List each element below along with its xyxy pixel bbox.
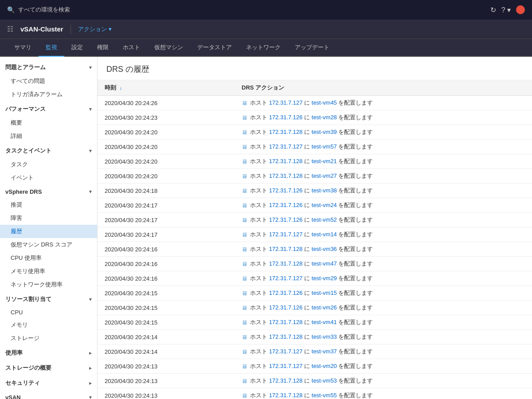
host-link[interactable]: 172.31.7.126 <box>269 216 303 223</box>
help-icon[interactable]: ? ▾ <box>501 6 511 14</box>
sidebar-section-header-storage-overview[interactable]: ストレージの概要▸ <box>0 361 97 375</box>
sidebar-item-overview[interactable]: 概要 <box>0 116 97 129</box>
sidebar-item-faults[interactable]: 障害 <box>0 211 97 225</box>
vm-link[interactable]: test-vm53 <box>312 377 337 384</box>
sidebar-item-events[interactable]: イベント <box>0 171 97 184</box>
vm-link[interactable]: test-vm39 <box>312 129 337 135</box>
sidebar-item-cpu[interactable]: CPU <box>0 306 97 318</box>
vm-link[interactable]: test-vm15 <box>312 289 337 296</box>
host-link[interactable]: 172.31.7.128 <box>269 377 303 384</box>
table-row: 2020/04/30 20:24:20🖥ホスト 172.31.7.128 に t… <box>98 154 532 169</box>
cell-action: 🖥ホスト 172.31.7.128 に test-vm55 を配置します <box>235 388 532 399</box>
sidebar-section-header-utilization[interactable]: 使用率▸ <box>0 346 97 360</box>
sidebar-item-cpu-usage[interactable]: CPU 使用率 <box>0 251 97 265</box>
vm-link[interactable]: test-vm29 <box>312 275 337 282</box>
vm-link[interactable]: test-vm36 <box>312 246 337 252</box>
host-link[interactable]: 172.31.7.127 <box>269 275 303 282</box>
host-link[interactable]: 172.31.7.128 <box>269 172 303 179</box>
record-button[interactable] <box>516 5 525 14</box>
vm-icon: 🖥 <box>242 392 247 399</box>
tab-vms[interactable]: 仮想マシン <box>147 39 190 57</box>
host-link[interactable]: 172.31.7.127 <box>269 348 303 355</box>
vm-link[interactable]: test-vm41 <box>312 319 337 325</box>
sidebar-item-network-usage[interactable]: ネットワーク使用率 <box>0 278 97 291</box>
sidebar-item-memory-usage[interactable]: メモリ使用率 <box>0 265 97 278</box>
sidebar-section-resource-allocation: リソース割り当て▾CPUメモリストレージ <box>0 292 97 345</box>
vm-link[interactable]: test-vm33 <box>312 333 337 340</box>
vm-link[interactable]: test-vm14 <box>312 231 337 238</box>
sidebar-section-header-vsan[interactable]: vSAN▾ <box>0 391 97 399</box>
tab-monitor[interactable]: 監視 <box>39 39 64 57</box>
sidebar-section-header-resource-allocation[interactable]: リソース割り当て▾ <box>0 292 97 306</box>
vm-link[interactable]: test-vm24 <box>312 202 337 208</box>
tab-datastore[interactable]: データストア <box>190 39 239 57</box>
host-link[interactable]: 172.31.7.127 <box>269 99 303 106</box>
vm-link[interactable]: test-vm20 <box>312 363 337 369</box>
host-link[interactable]: 172.31.7.128 <box>269 319 303 325</box>
host-link[interactable]: 172.31.7.128 <box>269 333 303 340</box>
table-row: 2020/04/30 20:24:15🖥ホスト 172.31.7.126 に t… <box>98 286 532 301</box>
sidebar-section-header-vsphere-drs[interactable]: vSphere DRS▾ <box>0 185 97 198</box>
search-placeholder[interactable]: すべての環境を検索 <box>18 6 70 14</box>
sidebar-section-header-issues[interactable]: 問題とアラーム▾ <box>0 60 97 74</box>
vm-link[interactable]: test-vm47 <box>312 260 337 267</box>
host-link[interactable]: 172.31.7.128 <box>269 129 303 135</box>
cell-time: 2020/04/30 20:24:16 <box>98 271 235 286</box>
sidebar-section-header-tasks-events[interactable]: タスクとイベント▾ <box>0 144 97 158</box>
table-row: 2020/04/30 20:24:16🖥ホスト 172.31.7.128 に t… <box>98 242 532 257</box>
host-link[interactable]: 172.31.7.128 <box>269 246 303 252</box>
vm-link[interactable]: test-vm28 <box>312 114 337 121</box>
vm-link[interactable]: test-vm37 <box>312 348 337 355</box>
cell-action: 🖥ホスト 172.31.7.127 に test-vm14 を配置します <box>235 227 532 242</box>
sidebar-section-header-performance[interactable]: パフォーマンス▾ <box>0 102 97 116</box>
vm-link[interactable]: test-vm26 <box>312 304 337 311</box>
tab-settings[interactable]: 設定 <box>64 39 90 57</box>
vm-link[interactable]: test-vm27 <box>312 172 337 179</box>
sidebar-item-tasks[interactable]: タスク <box>0 158 97 171</box>
cell-action: 🖥ホスト 172.31.7.127 に test-vm29 を配置します <box>235 271 532 286</box>
sidebar-item-all-issues[interactable]: すべての問題 <box>0 74 97 88</box>
sidebar-item-detail[interactable]: 詳細 <box>0 129 97 143</box>
action-cell-content: 🖥ホスト 172.31.7.128 に test-vm55 を配置します <box>242 391 525 399</box>
tab-network[interactable]: ネットワーク <box>239 39 288 57</box>
vm-icon: 🖥 <box>242 202 247 209</box>
sidebar-item-storage[interactable]: ストレージ <box>0 332 97 345</box>
vm-link[interactable]: test-vm45 <box>312 99 337 106</box>
search-area[interactable]: 🔍 すべての環境を検索 <box>7 6 70 14</box>
tab-hosts[interactable]: ホスト <box>116 39 147 57</box>
vm-link[interactable]: test-vm21 <box>312 158 337 164</box>
sidebar-item-triggered-alarms[interactable]: トリガ済みアラーム <box>0 88 97 101</box>
tab-permissions[interactable]: 権限 <box>90 39 116 57</box>
host-link[interactable]: 172.31.7.127 <box>269 143 303 150</box>
vm-link[interactable]: test-vm55 <box>312 392 337 399</box>
cell-action: 🖥ホスト 172.31.7.126 に test-vm52 を配置します <box>235 213 532 227</box>
actions-button[interactable]: アクション ▾ <box>78 25 112 33</box>
tab-updates[interactable]: アップデート <box>288 39 336 57</box>
vm-link[interactable]: test-vm57 <box>312 143 337 150</box>
host-link[interactable]: 172.31.7.126 <box>269 187 303 194</box>
host-link[interactable]: 172.31.7.126 <box>269 114 303 121</box>
sidebar-item-history[interactable]: 履歴 <box>0 225 97 238</box>
host-link[interactable]: 172.31.7.128 <box>269 158 303 164</box>
sidebar-section-label-utilization: 使用率 <box>5 349 23 357</box>
sidebar-item-recommendations[interactable]: 推奨 <box>0 198 97 211</box>
vm-icon: 🖥 <box>242 334 247 340</box>
sidebar-item-memory[interactable]: メモリ <box>0 318 97 332</box>
cell-time: 2020/04/30 20:24:17 <box>98 213 235 227</box>
action-cell-content: 🖥ホスト 172.31.7.128 に test-vm47 を配置します <box>242 260 525 268</box>
vm-link[interactable]: test-vm52 <box>312 216 337 223</box>
refresh-icon[interactable]: ↻ <box>490 6 496 14</box>
host-link[interactable]: 172.31.7.127 <box>269 231 303 238</box>
host-link[interactable]: 172.31.7.127 <box>269 363 303 369</box>
vm-link[interactable]: test-vm38 <box>312 187 337 194</box>
host-link[interactable]: 172.31.7.126 <box>269 304 303 311</box>
col-time-header[interactable]: 時刻 ↓ <box>98 80 235 96</box>
host-link[interactable]: 172.31.7.126 <box>269 289 303 296</box>
host-link[interactable]: 172.31.7.128 <box>269 260 303 267</box>
host-link[interactable]: 172.31.7.126 <box>269 202 303 208</box>
tab-summary[interactable]: サマリ <box>7 39 39 57</box>
sidebar-section-tasks-events: タスクとイベント▾タスクイベント <box>0 144 97 184</box>
host-link[interactable]: 172.31.7.128 <box>269 392 303 399</box>
sidebar-section-header-security[interactable]: セキュリティ▸ <box>0 376 97 390</box>
sidebar-item-vm-drs-score[interactable]: 仮想マシン DRS スコア <box>0 238 97 251</box>
